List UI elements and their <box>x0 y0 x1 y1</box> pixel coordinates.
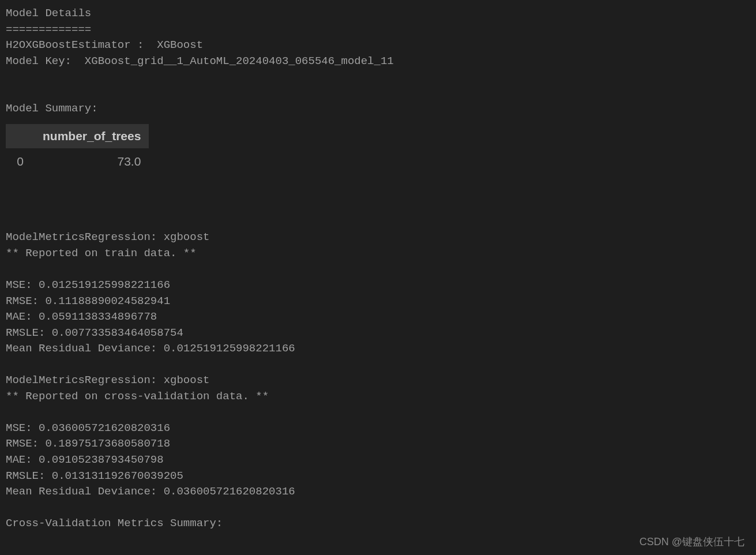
estimator-line: H2OXGBoostEstimator : XGBoost <box>6 38 750 54</box>
cv-metrics-note: ** Reported on cross-validation data. ** <box>6 389 750 405</box>
blank-line <box>6 500 750 516</box>
cv-rmsle: RMSLE: 0.013131192670039205 <box>6 468 750 485</box>
train-metrics-note: ** Reported on train data. ** <box>6 246 750 262</box>
row-number-of-trees: 73.0 <box>35 148 149 175</box>
cv-rmse: RMSE: 0.18975173680580718 <box>6 436 750 452</box>
table-header-number-of-trees: number_of_trees <box>35 124 149 148</box>
table-row: 0 73.0 <box>6 148 149 175</box>
model-details-title: Model Details <box>6 6 750 22</box>
cv-metrics-heading: ModelMetricsRegression: xgboost <box>6 373 750 389</box>
cv-mae: MAE: 0.09105238793450798 <box>6 452 750 468</box>
train-metrics-heading: ModelMetricsRegression: xgboost <box>6 230 750 246</box>
table-header-index <box>6 124 35 148</box>
cv-mrd: Mean Residual Deviance: 0.03600572162082… <box>6 484 750 500</box>
train-mae: MAE: 0.0591138334896778 <box>6 309 750 325</box>
row-index: 0 <box>6 148 35 175</box>
cv-summary-heading: Cross-Validation Metrics Summary: <box>6 516 750 532</box>
train-rmse: RMSE: 0.11188890024582941 <box>6 294 750 310</box>
cv-mse: MSE: 0.036005721620820316 <box>6 421 750 437</box>
blank-line <box>6 182 750 230</box>
model-summary-heading: Model Summary: <box>6 101 750 117</box>
blank-line <box>6 404 750 421</box>
train-mse: MSE: 0.012519125998221166 <box>6 278 750 294</box>
blank-line <box>6 261 750 278</box>
train-mrd: Mean Residual Deviance: 0.01251912599822… <box>6 341 750 357</box>
blank-line <box>6 69 750 101</box>
train-rmsle: RMSLE: 0.007733583464058754 <box>6 325 750 342</box>
blank-line <box>6 357 750 373</box>
table-header-row: number_of_trees <box>6 124 149 148</box>
watermark-text: CSDN @键盘侠伍十七 <box>640 534 744 549</box>
model-key-line: Model Key: XGBoost_grid__1_AutoML_202404… <box>6 54 750 70</box>
model-summary-table: number_of_trees 0 73.0 <box>6 124 750 175</box>
divider: ============= <box>6 22 750 38</box>
